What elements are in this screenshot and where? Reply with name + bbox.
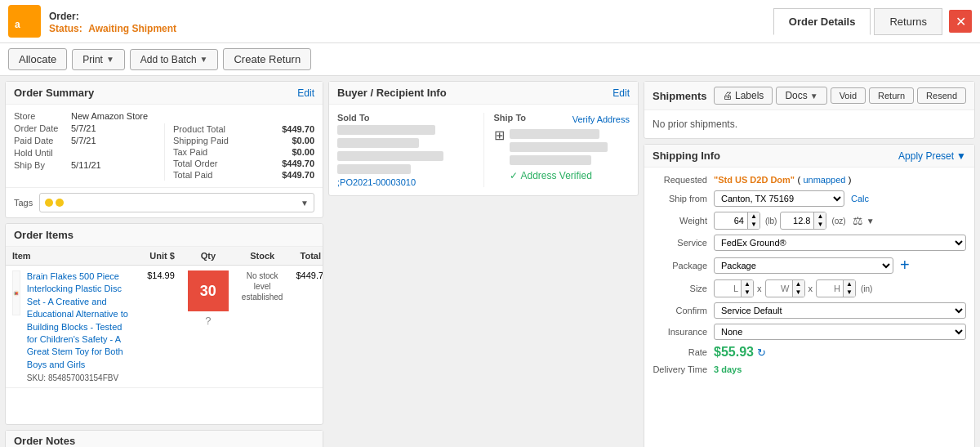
confirm-select[interactable]: Service DefaultAlways ConfirmNever Confi… [714, 302, 966, 319]
l-spinners: ▲ ▼ [741, 280, 753, 297]
ship-from-value-wrap: Canton, TX 75169 Calc [714, 190, 966, 207]
tags-label: Tags [14, 198, 33, 208]
h-up-spinner[interactable]: ▲ [844, 280, 855, 288]
lb-up-spinner[interactable]: ▲ [748, 212, 760, 221]
scale-dropdown-icon[interactable]: ▼ [866, 217, 875, 226]
tax-paid-value: $0.00 [292, 147, 314, 157]
delivery-row: Delivery Time 3 days [653, 364, 966, 374]
insurance-row: Insurance NoneBasicFull [653, 324, 966, 340]
size-inputs: ▲ ▼ x ▲ ▼ x [714, 279, 966, 297]
rate-value: $55.93 [714, 345, 754, 360]
create-return-button[interactable]: Create Return [223, 48, 311, 70]
requested-row: Requested "Std US D2D Dom" ( unmapped ) [653, 174, 966, 186]
labels-button[interactable]: 🖨 Labels [714, 87, 773, 105]
summary-grid: Order Date 5/7/21 Paid Date 5/7/21 Hold … [14, 123, 314, 181]
tax-paid-label: Tax Paid [173, 147, 212, 157]
ship-from-select[interactable]: Canton, TX 75169 [714, 190, 844, 207]
scale-icon[interactable]: ⚖ [853, 214, 863, 227]
w-up-spinner[interactable]: ▲ [793, 280, 804, 288]
insurance-select[interactable]: NoneBasicFull [714, 324, 966, 340]
tab-returns[interactable]: Returns [874, 8, 942, 35]
item-qty-cell: 30 ? [181, 266, 235, 388]
order-notes-title: Order Notes [14, 435, 75, 447]
refresh-rate-button[interactable]: ↻ [757, 346, 766, 359]
total-order-label: Total Order [173, 159, 222, 168]
ship-by-label: Ship By [14, 160, 71, 170]
tags-input[interactable]: ▼ [39, 193, 314, 212]
h-down-spinner[interactable]: ▼ [844, 288, 855, 297]
insurance-label: Insurance [653, 327, 714, 337]
amazon-logo: a [8, 5, 41, 38]
sold-to-addr-blur [337, 138, 419, 148]
order-status-line: Status: Awaiting Shipment [49, 22, 176, 34]
size-x-2: x [808, 284, 813, 293]
svg-point-5 [17, 292, 19, 293]
unmapped-link[interactable]: unmapped [803, 175, 845, 185]
add-to-batch-button[interactable]: Add to Batch ▼ [130, 49, 219, 70]
close-button[interactable]: ✕ [949, 10, 972, 33]
verify-address-button[interactable]: Verify Address [572, 114, 630, 124]
item-cell: Brain Flakes 500 Piece Interlocking Plas… [6, 266, 140, 388]
add-package-button[interactable]: + [900, 256, 910, 275]
help-icon[interactable]: ? [205, 315, 211, 327]
print-button[interactable]: Print ▼ [72, 49, 125, 70]
size-label: Size [653, 284, 714, 293]
svg-point-7 [17, 293, 19, 295]
right-column: Shipments 🖨 Labels Docs ▼ Void Return Re… [644, 81, 975, 447]
ship-to-city-blur [510, 155, 591, 165]
l-down-spinner[interactable]: ▼ [742, 288, 753, 297]
total-paid-value: $449.70 [282, 170, 314, 180]
status-value: Awaiting Shipment [88, 23, 176, 34]
size-row: Size ▲ ▼ x ▲ [653, 279, 966, 297]
allocate-button[interactable]: Allocate [8, 48, 67, 70]
item-details: Brain Flakes 500 Piece Interlocking Plas… [27, 270, 134, 382]
size-l-field[interactable] [715, 282, 741, 295]
tax-paid-row: Tax Paid $0.00 [173, 146, 314, 158]
rate-row: Rate $55.93 ↻ [653, 345, 966, 360]
grid-icon[interactable]: ⊞ [494, 127, 505, 143]
ship-to-addr-blur [510, 142, 608, 152]
oz-down-spinner[interactable]: ▼ [814, 221, 826, 229]
size-w-field[interactable] [766, 282, 792, 295]
calc-button[interactable]: Calc [851, 194, 869, 203]
package-select[interactable]: PackageBoxEnvelope [714, 257, 893, 274]
item-name-link[interactable]: Brain Flakes 500 Piece Interlocking Plas… [27, 271, 128, 369]
service-select[interactable]: FedEx Ground®UPS GroundUSPS Priority Mai… [714, 235, 966, 251]
lb-down-spinner[interactable]: ▼ [748, 221, 760, 229]
ship-to-section: Ship To Verify Address ⊞ ✓ [483, 113, 630, 187]
void-button[interactable]: Void [831, 87, 866, 104]
item-total-price: $449.70 [289, 266, 323, 388]
sold-to-city-blur [337, 151, 443, 161]
paid-date-value: 5/7/21 [71, 136, 96, 145]
buyer-info-card: Buyer / Recipient Info Edit Sold To ;PO2… [328, 81, 639, 196]
l-up-spinner[interactable]: ▲ [742, 280, 753, 288]
return-button[interactable]: Return [869, 87, 914, 104]
ship-to-address: ✓ Address Verified [510, 127, 608, 181]
product-total-row: Product Total $449.70 [173, 123, 314, 135]
package-label: Package [653, 261, 714, 270]
tab-order-details[interactable]: Order Details [773, 8, 871, 35]
oz-spinners: ▲ ▼ [813, 212, 826, 229]
no-stock-text: No stock level established [242, 270, 283, 302]
order-summary-header: Order Summary Edit [6, 82, 323, 105]
package-value-wrap: PackageBoxEnvelope + [714, 256, 966, 275]
col-stock: Stock [235, 247, 290, 266]
shipments-toolbar: 🖨 Labels Docs ▼ Void Return Resend [714, 87, 966, 105]
resend-button[interactable]: Resend [917, 87, 966, 104]
sold-to-label: Sold To [337, 113, 474, 123]
weight-lb-field[interactable] [715, 214, 747, 227]
apply-preset-button[interactable]: Apply Preset ▼ [898, 150, 966, 162]
ship-to-label: Ship To [494, 113, 527, 123]
printer-icon: 🖨 [723, 90, 733, 101]
shipping-info-card: Shipping Info Apply Preset ▼ Requested "… [644, 144, 975, 447]
tags-row: Tags ▼ [6, 187, 323, 217]
sold-to-state-blur [337, 164, 411, 174]
weight-oz-field[interactable] [781, 214, 813, 227]
sold-to-section: Sold To ;PO2021-00003010 [337, 113, 474, 187]
docs-button[interactable]: Docs ▼ [776, 87, 826, 105]
oz-up-spinner[interactable]: ▲ [814, 212, 826, 221]
w-down-spinner[interactable]: ▼ [793, 288, 804, 297]
size-h-field[interactable] [817, 282, 843, 295]
buyer-info-edit[interactable]: Edit [612, 87, 630, 99]
order-summary-edit[interactable]: Edit [297, 87, 314, 99]
